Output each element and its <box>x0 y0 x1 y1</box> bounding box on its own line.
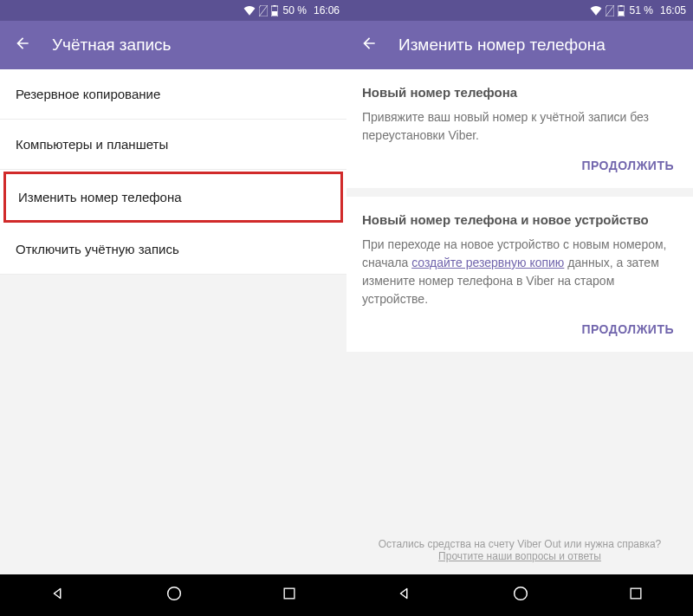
sim-icon <box>259 5 268 16</box>
nav-home-icon[interactable] <box>165 584 184 606</box>
clock: 16:05 <box>660 4 686 16</box>
svg-rect-11 <box>631 588 641 599</box>
app-bar: Изменить номер телефона <box>346 21 693 69</box>
card-new-number: Новый номер телефона Привяжите ваш новый… <box>346 69 693 188</box>
wifi-icon <box>590 5 602 16</box>
sim-icon <box>606 5 614 16</box>
nav-recent-icon[interactable] <box>627 585 644 606</box>
list-item-label: Изменить номер телефона <box>18 190 182 204</box>
footer-note: Остались средства на счету Viber Out или… <box>346 529 693 574</box>
content-area: Резервное копирование Компьютеры и планш… <box>0 69 346 574</box>
card-body: Привяжите ваш новый номер к учётной запи… <box>362 108 677 145</box>
card-title: Новый номер телефона <box>362 85 677 100</box>
status-bar: 50 % 16:06 <box>0 0 346 21</box>
nav-back-icon[interactable] <box>49 584 68 606</box>
svg-point-10 <box>515 587 528 600</box>
continue-button[interactable]: ПРОДОЛЖИТЬ <box>362 145 677 179</box>
nav-home-icon[interactable] <box>511 584 530 606</box>
faq-link[interactable]: Прочтите наши вопросы и ответы <box>360 550 679 562</box>
status-bar: 51 % 16:05 <box>346 0 693 21</box>
back-arrow-icon[interactable] <box>14 35 31 55</box>
back-arrow-icon[interactable] <box>360 35 378 55</box>
footer-text: Остались средства на счету Viber Out или… <box>379 538 662 550</box>
continue-button[interactable]: ПРОДОЛЖИТЬ <box>362 308 677 343</box>
page-title: Изменить номер телефона <box>398 36 606 55</box>
list-item-deactivate[interactable]: Отключить учётную запись <box>0 224 346 275</box>
svg-line-6 <box>606 5 614 16</box>
svg-rect-5 <box>284 588 295 599</box>
svg-line-0 <box>259 5 268 16</box>
nav-recent-icon[interactable] <box>281 585 298 606</box>
phone-left: 50 % 16:06 Учётная запись Резервное копи… <box>0 0 346 616</box>
svg-rect-8 <box>619 5 622 7</box>
nav-bar <box>0 574 346 616</box>
battery-percentage: 50 % <box>283 4 307 16</box>
list-item-label: Отключить учётную запись <box>16 242 179 256</box>
list-item-label: Резервное копирование <box>16 87 160 101</box>
list-item-change-number[interactable]: Изменить номер телефона <box>3 172 343 223</box>
phone-right: 51 % 16:05 Изменить номер телефона Новый… <box>346 0 693 616</box>
battery-percentage: 51 % <box>630 4 653 16</box>
card-title: Новый номер телефона и новое устройство <box>362 212 677 227</box>
clock: 16:06 <box>314 4 340 16</box>
card-body: При переходе на новое устройство с новым… <box>362 236 677 308</box>
svg-rect-3 <box>272 11 277 16</box>
battery-icon <box>618 5 625 16</box>
app-bar: Учётная запись <box>0 21 346 69</box>
svg-point-4 <box>168 587 181 600</box>
wifi-icon <box>243 5 256 16</box>
list-item-devices[interactable]: Компьютеры и планшеты <box>0 120 346 170</box>
list-item-backup[interactable]: Резервное копирование <box>0 69 346 120</box>
backup-link[interactable]: создайте резервную копию <box>411 256 564 269</box>
card-new-number-device: Новый номер телефона и новое устройство … <box>346 197 693 352</box>
nav-back-icon[interactable] <box>395 584 414 606</box>
svg-rect-9 <box>619 11 624 16</box>
content-area: Новый номер телефона Привяжите ваш новый… <box>346 69 693 574</box>
battery-icon <box>271 5 278 16</box>
list-item-label: Компьютеры и планшеты <box>16 137 168 152</box>
settings-list: Резервное копирование Компьютеры и планш… <box>0 69 346 275</box>
page-title: Учётная запись <box>52 36 171 55</box>
svg-rect-2 <box>273 5 275 7</box>
nav-bar <box>346 574 693 616</box>
